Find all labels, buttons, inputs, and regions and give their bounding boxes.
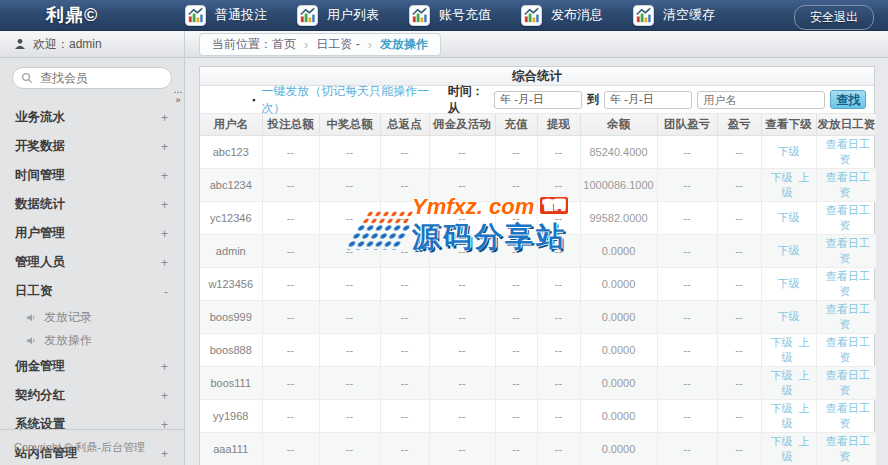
cell-username: boos999 xyxy=(200,300,262,333)
sidebar-item-1[interactable]: 开奖数据+ xyxy=(0,132,184,161)
view-subordinate-link[interactable]: 下级 xyxy=(771,369,793,381)
cell-win: -- xyxy=(319,234,380,267)
view-daily-salary-link[interactable]: 查看日工资 xyxy=(826,237,870,264)
cell-win: -- xyxy=(319,201,380,234)
sidebar-item-8[interactable]: 契约分红+ xyxy=(0,381,184,410)
cell-username: abc123 xyxy=(200,135,262,168)
nav-item-account-recharge[interactable]: 账号充值 xyxy=(409,5,491,26)
app-logo: 利鼎© xyxy=(0,3,185,27)
cell-deposit: -- xyxy=(495,234,537,267)
sidebar-subitem-1[interactable]: 发放操作 xyxy=(0,329,184,352)
view-daily-salary-link[interactable]: 查看日工资 xyxy=(826,171,870,198)
cell-withdraw: -- xyxy=(537,135,580,168)
nav-item-publish-message[interactable]: 发布消息 xyxy=(521,5,603,26)
sidebar-item-label: 契约分红 xyxy=(15,387,65,404)
nav-item-user-list[interactable]: 用户列表 xyxy=(297,5,379,26)
cell-salary: 查看日工资 xyxy=(816,201,876,234)
view-subordinate-link[interactable]: 下级 xyxy=(778,145,800,157)
view-daily-salary-link[interactable]: 查看日工资 xyxy=(826,204,870,231)
sidebar-item-5[interactable]: 管理人员+ xyxy=(0,248,184,277)
cell-win: -- xyxy=(319,300,380,333)
cell-salary: 查看日工资 xyxy=(816,135,876,168)
cell-commission: -- xyxy=(429,432,495,465)
view-daily-salary-link[interactable]: 查看日工资 xyxy=(826,138,870,165)
view-daily-salary-link[interactable]: 查看日工资 xyxy=(826,369,870,396)
cell-win: -- xyxy=(319,399,380,432)
cell-pl: -- xyxy=(717,267,761,300)
cell-deposit: -- xyxy=(495,300,537,333)
cell-team: -- xyxy=(657,168,717,201)
view-subordinate-link[interactable]: 下级 xyxy=(771,435,793,447)
column-header-8: 团队盈亏 xyxy=(657,114,717,135)
view-subordinate-link[interactable]: 下级 xyxy=(778,211,800,223)
breadcrumb-section[interactable]: 日工资 - xyxy=(316,36,359,53)
cell-deposit: -- xyxy=(495,399,537,432)
cell-deposit: -- xyxy=(495,432,537,465)
sidebar-subitem-0[interactable]: 发放记录 xyxy=(0,306,184,329)
bar-chart-icon xyxy=(409,5,430,26)
search-button[interactable]: 查找 xyxy=(830,90,866,109)
sidebar-item-2[interactable]: 时间管理+ xyxy=(0,161,184,190)
cell-rebate: -- xyxy=(380,399,429,432)
cell-username: admin xyxy=(200,234,262,267)
cell-balance: 0.0000 xyxy=(580,267,657,300)
cell-balance: 1000086.1000 xyxy=(580,168,657,201)
one-key-payout-link[interactable]: 一键发放（切记每天只能操作一次） xyxy=(261,83,448,117)
time-from-label: 时间：从 xyxy=(448,83,490,117)
view-subordinate-link[interactable]: 下级 xyxy=(771,336,793,348)
stats-table-body: abc123------------85240.4000----下级查看日工资a… xyxy=(200,135,876,465)
view-subordinate-link[interactable]: 下级 xyxy=(771,171,793,183)
date-to-input[interactable] xyxy=(604,91,692,109)
sidebar-item-4[interactable]: 用户管理+ xyxy=(0,219,184,248)
cell-team: -- xyxy=(657,333,717,366)
member-search-input[interactable] xyxy=(12,67,172,89)
sidebar-item-label: 日工资 xyxy=(15,283,53,300)
cell-win: -- xyxy=(319,366,380,399)
view-subordinate-link[interactable]: 下级 xyxy=(778,310,800,322)
cell-deposit: -- xyxy=(495,267,537,300)
view-subordinate-link[interactable]: 下级 xyxy=(778,277,800,289)
cell-pl: -- xyxy=(717,234,761,267)
table-row: aaa111------------0.0000----下级上级查看日工资 xyxy=(200,432,876,465)
cell-pl: -- xyxy=(717,201,761,234)
cell-pl: -- xyxy=(717,135,761,168)
view-daily-salary-link[interactable]: 查看日工资 xyxy=(826,435,870,462)
view-subordinate-link[interactable]: 下级 xyxy=(771,402,793,414)
nav-item-normal-bet[interactable]: 普通投注 xyxy=(185,5,267,26)
breadcrumb-home[interactable]: 当前位置：首页 xyxy=(212,36,296,53)
sidebar-item-0[interactable]: 业务流水+ xyxy=(0,103,184,132)
logout-button[interactable]: 安全退出 xyxy=(794,5,874,30)
view-daily-salary-link[interactable]: 查看日工资 xyxy=(826,336,870,363)
sidebar-item-6[interactable]: 日工资- xyxy=(0,277,184,306)
cell-commission: -- xyxy=(429,201,495,234)
chevron-right-icon: › xyxy=(304,37,308,52)
cell-bet: -- xyxy=(262,333,319,366)
cell-salary: 查看日工资 xyxy=(816,267,876,300)
cell-deposit: -- xyxy=(495,201,537,234)
cell-username: aaa111 xyxy=(200,432,262,465)
cell-commission: -- xyxy=(429,300,495,333)
table-row: boos999------------0.0000----下级查看日工资 xyxy=(200,300,876,333)
sidebar: 业务流水+开奖数据+时间管理+数据统计+用户管理+管理人员+日工资-发放记录发放… xyxy=(0,58,185,465)
cell-pl: -- xyxy=(717,333,761,366)
table-row: boos111------------0.0000----下级上级查看日工资 xyxy=(200,366,876,399)
username-input[interactable] xyxy=(697,91,825,109)
sidebar-collapse-toggle[interactable]: ⋯ » xyxy=(170,88,186,104)
cell-commission: -- xyxy=(429,366,495,399)
date-from-input[interactable] xyxy=(494,91,582,109)
cell-commission: -- xyxy=(429,168,495,201)
expand-state-icon: - xyxy=(164,285,168,299)
view-daily-salary-link[interactable]: 查看日工资 xyxy=(826,270,870,297)
view-subordinate-link[interactable]: 下级 xyxy=(778,244,800,256)
column-header-6: 提现 xyxy=(537,114,580,135)
cell-salary: 查看日工资 xyxy=(816,168,876,201)
nav-item-clear-cache[interactable]: 清空缓存 xyxy=(633,5,715,26)
cell-salary: 查看日工资 xyxy=(816,432,876,465)
table-row: boos888------------0.0000----下级上级查看日工资 xyxy=(200,333,876,366)
view-daily-salary-link[interactable]: 查看日工资 xyxy=(826,402,870,429)
table-row: yc12346------------99582.0000----下级查看日工资 xyxy=(200,201,876,234)
sidebar-item-3[interactable]: 数据统计+ xyxy=(0,190,184,219)
main-content: 综合统计 ▪ 一键发放（切记每天只能操作一次） 时间：从 到 查找 xyxy=(185,58,888,465)
view-daily-salary-link[interactable]: 查看日工资 xyxy=(826,303,870,330)
sidebar-item-7[interactable]: 佣金管理+ xyxy=(0,352,184,381)
